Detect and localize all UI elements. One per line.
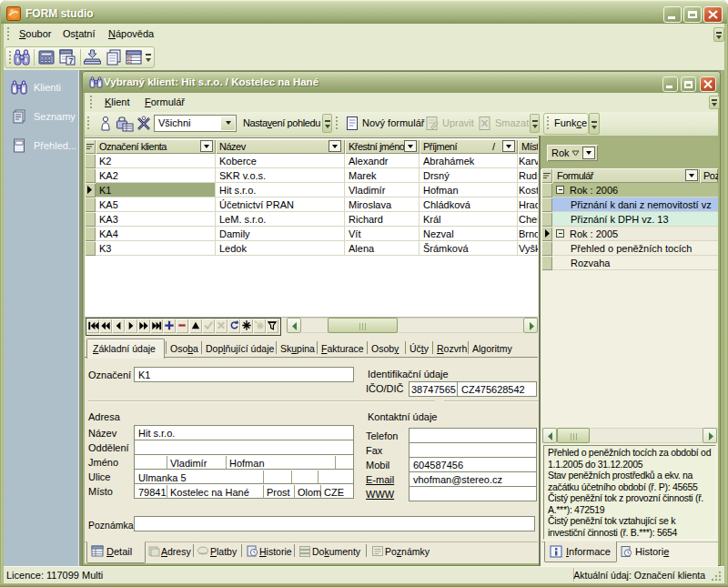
svg-text:7: 7 <box>69 56 74 66</box>
